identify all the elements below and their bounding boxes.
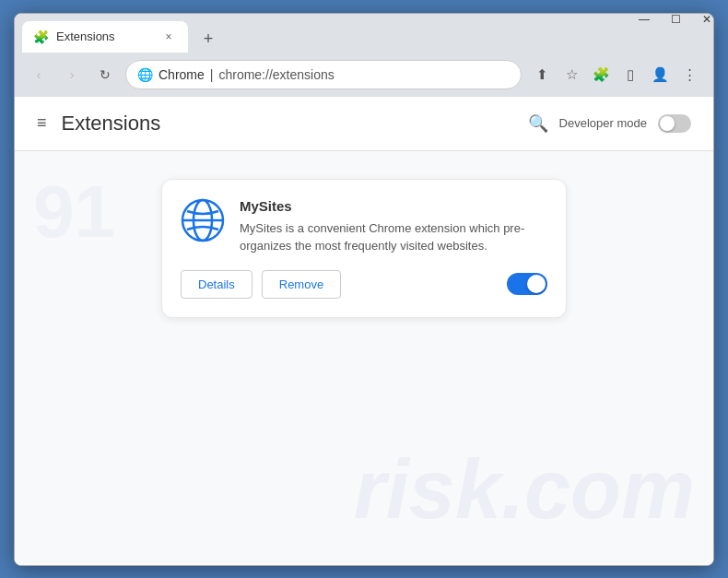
remove-button[interactable]: Remove: [262, 270, 341, 299]
extension-name: MySites: [240, 198, 547, 214]
reload-button[interactable]: ↻: [92, 62, 118, 88]
active-tab[interactable]: 🧩 Extensions ×: [22, 21, 188, 53]
tab-close-button[interactable]: ×: [160, 29, 177, 45]
extension-enabled-toggle[interactable]: [507, 273, 547, 295]
tab-extension-icon: 🧩: [33, 29, 49, 44]
header-actions: 🔍 Developer mode: [528, 113, 691, 134]
maximize-button[interactable]: ☐: [662, 13, 689, 30]
address-bar: ‹ › ↻ 🌐 Chrome | chrome://extensions ⬆ ☆…: [15, 53, 713, 97]
card-top: MySites MySites is a convenient Chrome e…: [181, 198, 547, 255]
extension-icon: [181, 198, 225, 242]
address-input[interactable]: 🌐 Chrome | chrome://extensions: [125, 60, 522, 89]
toggle-knob: [660, 116, 675, 131]
toolbar-icons: ⬆ ☆ 🧩 ▯ 👤 ⋮: [529, 62, 702, 88]
window-controls: — ☐ ✕: [630, 13, 714, 30]
extension-description: MySites is a convenient Chrome extension…: [240, 219, 547, 255]
profile-icon[interactable]: 👤: [647, 62, 673, 88]
extensions-body: 91: [15, 151, 713, 565]
extension-card-mysites: MySites MySites is a convenient Chrome e…: [161, 179, 567, 318]
details-button[interactable]: Details: [181, 270, 252, 299]
extensions-page-title: Extensions: [62, 112, 528, 136]
enabled-toggle-knob: [527, 275, 546, 293]
title-bar: 🧩 Extensions × + — ☐ ✕ ‹ › ↻ 🌐 Chrome | …: [15, 14, 713, 97]
close-button[interactable]: ✕: [693, 13, 714, 30]
card-actions: Details Remove: [181, 270, 547, 299]
share-icon[interactable]: ⬆: [529, 62, 555, 88]
browser-window: 🧩 Extensions × + — ☐ ✕ ‹ › ↻ 🌐 Chrome | …: [14, 13, 714, 566]
split-view-icon[interactable]: ▯: [617, 62, 643, 88]
developer-mode-toggle[interactable]: [658, 114, 691, 133]
address-separator: |: [210, 67, 214, 82]
extension-info: MySites MySites is a convenient Chrome e…: [240, 198, 547, 255]
extensions-header: ≡ Extensions 🔍 Developer mode: [15, 97, 713, 151]
page-content: ≡ Extensions 🔍 Developer mode 91: [15, 97, 713, 565]
back-button[interactable]: ‹: [26, 62, 52, 88]
more-options-icon[interactable]: ⋮: [676, 62, 702, 88]
site-globe-icon: 🌐: [137, 67, 153, 82]
extensions-page: ≡ Extensions 🔍 Developer mode 91: [15, 97, 713, 565]
watermark-top: 91: [33, 170, 115, 254]
tab-row: 🧩 Extensions × + — ☐ ✕: [15, 14, 713, 53]
extensions-icon[interactable]: 🧩: [588, 62, 614, 88]
dev-mode-label: Developer mode: [559, 116, 647, 130]
tab-title: Extensions: [56, 29, 153, 43]
bookmark-icon[interactable]: ☆: [558, 62, 584, 88]
minimize-button[interactable]: —: [630, 13, 658, 30]
forward-button[interactable]: ›: [59, 62, 85, 88]
address-url: chrome://extensions: [218, 67, 334, 82]
new-tab-button[interactable]: +: [195, 27, 221, 53]
site-label: Chrome: [159, 67, 205, 82]
search-icon[interactable]: 🔍: [528, 113, 548, 134]
hamburger-icon[interactable]: ≡: [37, 113, 47, 133]
watermark-bottom: risk.com: [354, 442, 695, 537]
